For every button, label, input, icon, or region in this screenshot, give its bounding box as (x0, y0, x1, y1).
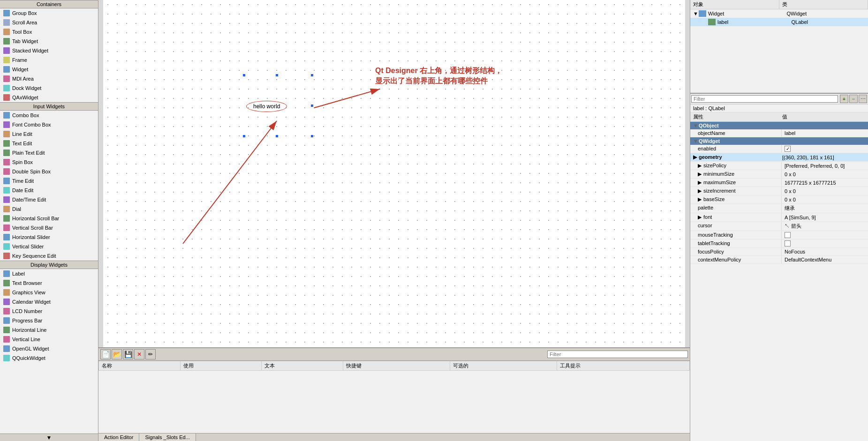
tabletTracking-checkbox[interactable] (785, 240, 791, 247)
prop-font-value[interactable]: A [SimSun, 9] (782, 213, 868, 221)
sidebar-item-text-edit[interactable]: Text Edit (0, 139, 98, 148)
sidebar-item-v-scroll-bar[interactable]: Vertical Scroll Bar (0, 223, 98, 232)
sidebar-item-lcd-number[interactable]: LCD Number (0, 306, 98, 316)
sidebar-item-double-spin-box[interactable]: Double Spin Box (0, 167, 98, 176)
prop-maximumSize-value[interactable]: 16777215 x 16777215 (782, 179, 868, 187)
resize-handle-br[interactable] (311, 135, 313, 137)
prop-mouseTracking-value[interactable] (782, 231, 868, 239)
sidebar-item-qax-widget[interactable]: QAxWidget (0, 93, 98, 102)
sidebar-item-plain-text-edit[interactable]: Plain Text Edit (0, 148, 98, 157)
prop-row-font[interactable]: ▶font A [SimSun, 9] (690, 213, 868, 222)
prop-row-maximumSize[interactable]: ▶maximumSize 16777215 x 16777215 (690, 179, 868, 187)
tab-action-editor[interactable]: Action Editor (98, 434, 139, 441)
sidebar-item-graphics-view[interactable]: Graphics View (0, 288, 98, 297)
action-open-btn[interactable]: 📂 (112, 349, 122, 359)
sidebar-item-h-scroll-bar[interactable]: Horizontal Scroll Bar (0, 214, 98, 223)
filter-add-btn[interactable]: + (840, 95, 848, 103)
prop-row-sizeIncrement[interactable]: ▶sizeIncrement 0 x 0 (690, 187, 868, 195)
minimumSize-expand[interactable]: ▶ (698, 171, 702, 177)
font-expand[interactable]: ▶ (698, 214, 702, 220)
action-new-btn[interactable]: 📄 (100, 349, 111, 359)
prop-baseSize-value[interactable]: 0 x 0 (782, 195, 868, 203)
sizePolicy-expand[interactable]: ▶ (698, 163, 702, 168)
sidebar-item-progress-bar[interactable]: Progress Bar (0, 316, 98, 325)
sidebar-item-date-edit[interactable]: Date Edit (0, 186, 98, 195)
prop-enabled-value[interactable] (782, 145, 868, 153)
sidebar-item-mdi-area[interactable]: MDI Area (0, 74, 98, 83)
prop-row-mouseTracking[interactable]: mouseTracking (690, 231, 868, 239)
sizeIncrement-expand[interactable]: ▶ (698, 188, 702, 194)
maximumSize-expand[interactable]: ▶ (698, 179, 702, 185)
action-save-btn[interactable]: 💾 (123, 349, 133, 359)
prop-sizePolicy-value[interactable]: [Preferred, Preferred, 0, 0] (782, 162, 868, 170)
sidebar-item-key-seq-edit[interactable]: Key Sequence Edit (0, 251, 98, 261)
design-area[interactable]: hello world Qt Designer 右上角，通过树形结构， 显示出了… (98, 0, 690, 347)
qwidget-expand-icon[interactable]: ▼ (693, 138, 699, 144)
prop-row-enabled[interactable]: enabled (690, 145, 868, 153)
prop-palette-value[interactable]: 继承 (782, 204, 868, 213)
geometry-expand[interactable]: ▶ (693, 154, 697, 160)
sidebar-item-combo-box[interactable]: Combo Box (0, 111, 98, 120)
resize-handle-bl[interactable] (243, 135, 245, 137)
bottom-filter-input[interactable] (547, 351, 688, 358)
expand-icon-widget[interactable]: ▼ (693, 11, 699, 16)
sidebar-item-datetime-edit[interactable]: Date/Time Edit (0, 195, 98, 204)
qobject-expand-icon[interactable]: ▼ (693, 123, 699, 128)
sidebar-item-opengl-widget[interactable]: OpenGL Widget (0, 344, 98, 353)
enabled-checkbox[interactable] (785, 146, 791, 152)
sidebar-item-scroll-area[interactable]: Scroll Area (0, 18, 98, 27)
property-filter-input[interactable] (691, 95, 838, 103)
prop-row-tabletTracking[interactable]: tabletTracking (690, 239, 868, 248)
tab-signals-slots[interactable]: Signals _Slots Ed... (139, 434, 196, 441)
resize-handle-tm[interactable] (276, 74, 278, 76)
sidebar-item-stacked-widget[interactable]: Stacked Widget (0, 46, 98, 55)
prop-row-sizePolicy[interactable]: ▶sizePolicy [Preferred, Preferred, 0, 0] (690, 162, 868, 170)
prop-row-palette[interactable]: palette 继承 (690, 204, 868, 213)
sidebar-item-frame[interactable]: Frame (0, 55, 98, 65)
resize-handle-tl[interactable] (243, 74, 245, 76)
sidebar-item-line-edit[interactable]: Line Edit (0, 129, 98, 139)
prop-row-contextMenuPolicy[interactable]: contextMenuPolicy DefaultContextMenu (690, 256, 868, 264)
sidebar-item-tab-widget[interactable]: Tab Widget (0, 37, 98, 46)
prop-contextMenuPolicy-value[interactable]: DefaultContextMenu (782, 256, 868, 263)
left-panel-scroll-down[interactable]: ▼ (0, 434, 98, 441)
resize-handle-mr[interactable] (311, 105, 313, 107)
sidebar-item-qquick-widget[interactable]: QQuickWidget (0, 353, 98, 363)
design-canvas[interactable]: hello world Qt Designer 右上角，通过树形结构， 显示出了… (103, 0, 685, 347)
filter-remove-btn[interactable]: − (849, 95, 858, 103)
sidebar-item-spin-box[interactable]: Spin Box (0, 157, 98, 167)
sidebar-item-v-line[interactable]: Vertical Line (0, 335, 98, 344)
prop-row-geometry[interactable]: ▶geometry [(360, 230), 181 x 161] (690, 153, 868, 162)
sidebar-item-h-line[interactable]: Horizontal Line (0, 325, 98, 335)
sidebar-item-tool-box[interactable]: Tool Box (0, 27, 98, 37)
sidebar-item-v-slider[interactable]: Vertical Slider (0, 242, 98, 251)
sidebar-item-h-slider[interactable]: Horizontal Slider (0, 232, 98, 242)
prop-row-baseSize[interactable]: ▶baseSize 0 x 0 (690, 195, 868, 204)
tree-row-widget[interactable]: ▼ Widget QWidget (690, 9, 868, 18)
resize-handle-bm[interactable] (276, 135, 278, 137)
sidebar-item-widget[interactable]: Widget (0, 65, 98, 74)
prop-minimumSize-value[interactable]: 0 x 0 (782, 170, 868, 178)
action-edit-btn[interactable]: ✏ (145, 349, 156, 359)
prop-tabletTracking-value[interactable] (782, 239, 868, 247)
resize-handle-tr[interactable] (311, 74, 313, 76)
sidebar-item-time-edit[interactable]: Time Edit (0, 176, 98, 186)
prop-row-cursor[interactable]: cursor ↖ 箭头 (690, 222, 868, 231)
mouseTracking-checkbox[interactable] (785, 232, 791, 238)
prop-cursor-value[interactable]: ↖ 箭头 (782, 222, 868, 231)
prop-objectName-value[interactable]: label (782, 129, 868, 137)
prop-row-objectName[interactable]: objectName label (690, 129, 868, 137)
tree-row-label[interactable]: label QLabel (690, 18, 868, 26)
sidebar-item-group-box[interactable]: Group Box (0, 8, 98, 18)
action-delete-btn[interactable]: ✕ (134, 349, 144, 359)
prop-row-focusPolicy[interactable]: focusPolicy NoFocus (690, 248, 868, 256)
sidebar-item-dial[interactable]: Dial (0, 204, 98, 214)
baseSize-expand[interactable]: ▶ (698, 196, 702, 202)
sidebar-item-calendar-widget[interactable]: Calendar Widget (0, 297, 98, 306)
sidebar-item-label[interactable]: Label (0, 269, 98, 278)
sidebar-item-dock-widget[interactable]: Dock Widget (0, 83, 98, 93)
sidebar-item-font-combo-box[interactable]: Font Combo Box (0, 120, 98, 129)
prop-sizeIncrement-value[interactable]: 0 x 0 (782, 187, 868, 195)
prop-focusPolicy-value[interactable]: NoFocus (782, 248, 868, 255)
prop-geometry-value[interactable]: [(360, 230), 181 x 161] (779, 153, 868, 161)
